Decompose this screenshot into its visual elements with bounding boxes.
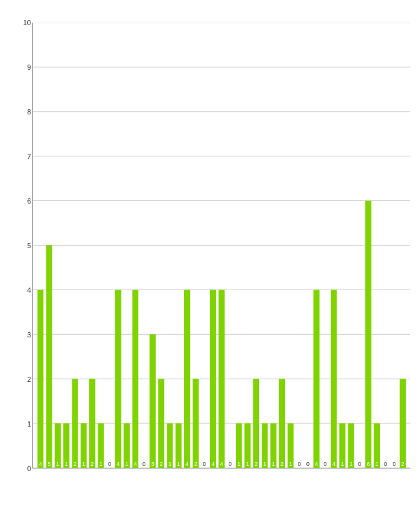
- bar-label-38: 4: [332, 461, 335, 467]
- bar-32: [279, 379, 285, 468]
- y-tick-7: 7: [18, 153, 31, 160]
- bar-label-37: 0: [324, 461, 327, 467]
- bar-label-32: 2: [280, 461, 284, 467]
- bar-label-7: 2: [90, 461, 94, 467]
- bar-label-12: 1: [125, 461, 129, 467]
- y-tick-8: 8: [18, 108, 31, 116]
- bar-38: [331, 290, 337, 468]
- bar-label-3: 1: [56, 461, 59, 467]
- bar-16: [158, 379, 164, 468]
- y-tick-9: 9: [18, 63, 31, 71]
- bar-24: [210, 290, 216, 468]
- y-tick-1: 1: [18, 420, 31, 428]
- bar-label-40: 1: [350, 461, 353, 467]
- bar-5: [72, 379, 78, 468]
- bar-label-39: 1: [341, 461, 344, 467]
- bar-label-23: 0: [203, 461, 206, 467]
- y-tick-0: 0: [18, 465, 31, 472]
- y-tick-3: 3: [18, 331, 31, 339]
- bar-label-2: 5: [48, 461, 51, 467]
- bar-label-42: 6: [366, 461, 370, 467]
- bar-label-25: 4: [220, 461, 224, 467]
- bar-label-8: 1: [100, 461, 103, 467]
- bar-label-4: 1: [65, 461, 68, 467]
- bar-label-26: 0: [229, 461, 232, 467]
- bar-label-1: 4: [39, 461, 42, 467]
- bar-label-43: 1: [375, 461, 379, 467]
- bar-label-5: 2: [74, 461, 77, 467]
- bar-label-30: 1: [263, 461, 266, 467]
- bar-label-41: 0: [358, 461, 361, 467]
- bar-label-33: 1: [289, 461, 292, 467]
- bar-29: [253, 379, 259, 468]
- bar-label-17: 1: [168, 461, 171, 467]
- bar-36: [313, 290, 319, 468]
- bar-label-46: 2: [401, 461, 404, 467]
- bar-13: [132, 290, 138, 468]
- bar-label-28: 1: [246, 461, 249, 467]
- y-tick-5: 5: [18, 242, 31, 249]
- bar-label-44: 0: [384, 461, 387, 467]
- bar-label-15: 3: [151, 461, 154, 467]
- bar-label-11: 4: [116, 461, 120, 467]
- bar-label-36: 4: [315, 461, 318, 467]
- y-tick-4: 4: [18, 286, 31, 294]
- bar-1: [37, 290, 43, 468]
- bar-label-27: 1: [237, 461, 240, 467]
- bar-label-22: 2: [194, 461, 197, 467]
- bar-label-14: 0: [142, 461, 145, 467]
- bar-21: [184, 290, 190, 468]
- bar-label-20: 1: [177, 461, 180, 467]
- bar-46: [400, 379, 406, 468]
- bar-label-45: 0: [392, 461, 395, 467]
- bar-25: [218, 290, 224, 468]
- bar-label-24: 4: [211, 461, 215, 467]
- bar-7: [89, 379, 95, 468]
- y-tick-2: 2: [18, 375, 31, 383]
- bar-15: [150, 334, 156, 468]
- bar-2: [46, 246, 52, 469]
- bar-label-9: 0: [108, 461, 111, 467]
- bar-label-29: 2: [255, 461, 258, 467]
- bar-label-34: 0: [298, 461, 301, 467]
- bar-label-6: 1: [82, 461, 85, 467]
- chart-title: [0, 0, 420, 10]
- chart-svg: 4152131425162718094111124130143152161171…: [33, 23, 410, 468]
- chart-container: 4152131425162718094111124130143152161171…: [0, 0, 420, 517]
- bar-label-31: 1: [272, 461, 275, 467]
- bar-label-21: 4: [185, 461, 189, 467]
- y-tick-10: 10: [18, 19, 31, 26]
- bar-label-13: 4: [134, 461, 137, 467]
- bar-label-16: 2: [160, 461, 163, 467]
- bar-label-35: 0: [306, 461, 310, 467]
- bar-42: [365, 201, 371, 468]
- bar-22: [193, 379, 198, 468]
- bar-11: [115, 290, 121, 468]
- chart-area: 4152131425162718094111124130143152161171…: [32, 23, 410, 469]
- y-tick-6: 6: [18, 197, 31, 205]
